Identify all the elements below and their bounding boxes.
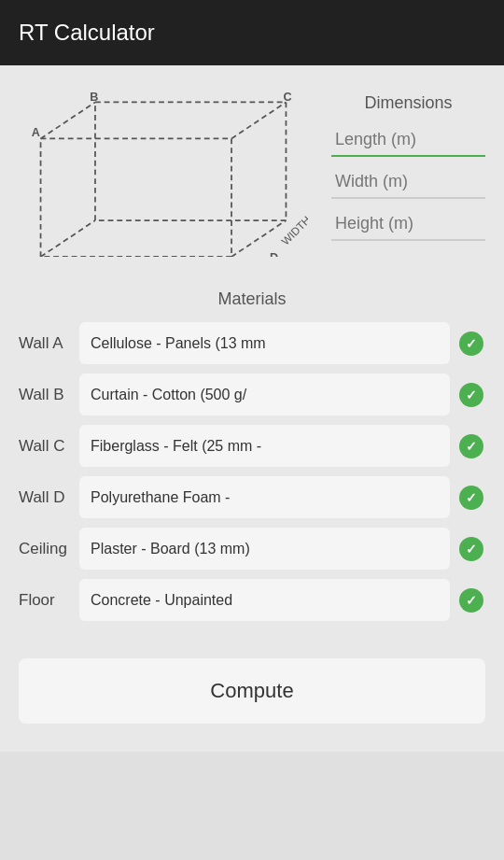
width-input[interactable] xyxy=(331,166,485,199)
svg-text:A: A xyxy=(32,126,40,139)
svg-rect-0 xyxy=(95,102,286,220)
wall-c-dropdown[interactable]: Fiberglass - Felt (25 mm - xyxy=(79,425,450,467)
wall-b-check-circle xyxy=(459,383,483,407)
main-content: .dash { stroke: #555; stroke-width: 1.8;… xyxy=(0,65,504,752)
wall-d-label: Wall D xyxy=(19,488,79,507)
floor-check-icon xyxy=(457,586,485,614)
compute-section: Compute xyxy=(0,649,504,752)
wall-d-check-icon xyxy=(457,484,485,512)
wall-b-check-icon xyxy=(457,381,485,409)
svg-rect-1 xyxy=(41,138,231,257)
room-diagram: .dash { stroke: #555; stroke-width: 1.8;… xyxy=(19,84,331,271)
wall-c-check-circle xyxy=(459,434,483,458)
wall-d-check-circle xyxy=(459,486,483,510)
wall-d-dropdown[interactable]: Polyurethane Foam - xyxy=(79,476,450,518)
dimensions-heading: Dimensions xyxy=(331,93,485,113)
ceiling-label: Ceiling xyxy=(19,540,79,558)
floor-row: Floor Concrete - Unpainted xyxy=(19,579,485,621)
wall-a-dropdown[interactable]: Cellulose - Panels (13 mm xyxy=(79,322,450,364)
ceiling-check-icon xyxy=(457,535,485,563)
floor-dropdown[interactable]: Concrete - Unpainted xyxy=(79,579,450,621)
wall-b-label: Wall B xyxy=(19,386,79,404)
ceiling-row: Ceiling Plaster - Board (13 mm) xyxy=(19,528,485,570)
height-input[interactable] xyxy=(331,208,485,241)
svg-line-3 xyxy=(231,102,286,138)
compute-button[interactable]: Compute xyxy=(19,658,485,724)
app-title: RT Calculator xyxy=(19,20,155,46)
ceiling-dropdown[interactable]: Plaster - Board (13 mm) xyxy=(79,528,450,570)
materials-section: Materials Wall A Cellulose - Panels (13 … xyxy=(0,280,504,649)
svg-text:B: B xyxy=(90,91,98,104)
svg-line-5 xyxy=(41,220,95,257)
svg-text:D: D xyxy=(270,251,278,257)
materials-title: Materials xyxy=(19,289,485,309)
wall-a-check-circle xyxy=(459,331,483,356)
top-section: .dash { stroke: #555; stroke-width: 1.8;… xyxy=(0,65,504,280)
wall-a-check-icon xyxy=(457,330,485,358)
wall-a-row: Wall A Cellulose - Panels (13 mm xyxy=(19,322,485,364)
wall-c-label: Wall C xyxy=(19,437,79,456)
floor-check-circle xyxy=(459,588,483,613)
floor-label: Floor xyxy=(19,591,79,610)
wall-c-row: Wall C Fiberglass - Felt (25 mm - xyxy=(19,425,485,467)
length-input[interactable] xyxy=(331,124,485,157)
wall-b-dropdown[interactable]: Curtain - Cotton (500 g/ xyxy=(79,374,450,416)
svg-line-2 xyxy=(41,102,95,138)
svg-text:C: C xyxy=(284,91,292,104)
ceiling-check-circle xyxy=(459,537,483,561)
wall-c-check-icon xyxy=(457,432,485,460)
app-header: RT Calculator xyxy=(0,0,504,65)
wall-a-label: Wall A xyxy=(19,334,79,353)
room-diagram-svg: .dash { stroke: #555; stroke-width: 1.8;… xyxy=(19,84,308,257)
wall-b-row: Wall B Curtain - Cotton (500 g/ xyxy=(19,374,485,416)
svg-text:WIDTH: WIDTH xyxy=(279,213,308,247)
dimensions-panel: Dimensions xyxy=(331,84,485,250)
wall-d-row: Wall D Polyurethane Foam - xyxy=(19,476,485,518)
